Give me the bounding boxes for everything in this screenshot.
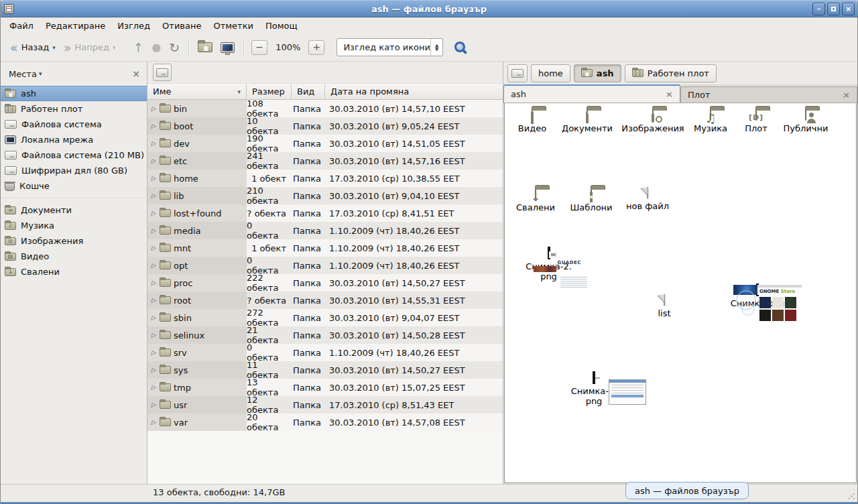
table-row[interactable]: mnt1 обектПапка1.10.2009 (чт) 18,40,26 E… <box>147 239 503 257</box>
home-button[interactable] <box>194 40 217 55</box>
icon-view[interactable]: Видео Документи Изображения ♫ Музика [D]… <box>504 103 857 483</box>
expander-icon[interactable] <box>150 175 157 182</box>
table-row[interactable]: dev190 обектаПапка30.03.2010 (вт) 14,51,… <box>147 135 503 152</box>
file-item-list[interactable]: list <box>636 295 692 318</box>
sidebar-item-downloads[interactable]: Свалени <box>1 264 147 279</box>
maximize-button[interactable] <box>827 3 840 15</box>
sidebar-item-documents[interactable]: Документи <box>1 202 147 218</box>
menu-view[interactable]: Изглед <box>111 19 156 33</box>
tab-plot[interactable]: Плот× <box>680 86 857 103</box>
breadcrumb-desktop-button[interactable]: Работен плот <box>625 64 717 82</box>
root-location-button[interactable] <box>153 64 172 81</box>
resize-grip[interactable] <box>847 492 856 501</box>
folder-item-public[interactable]: Публични <box>777 110 835 133</box>
table-row[interactable]: srv0 обектаПапка1.10.2009 (чт) 18,40,26 … <box>147 344 503 361</box>
up-button[interactable]: ↑ <box>129 40 147 56</box>
column-header-size[interactable]: Размер <box>247 84 292 100</box>
sidebar-close-icon[interactable]: × <box>132 68 140 79</box>
table-row[interactable]: selinux21 обектаПапка30.03.2010 (вт) 14,… <box>147 326 503 344</box>
computer-button[interactable] <box>217 40 239 56</box>
expander-icon[interactable] <box>150 349 157 356</box>
table-row[interactable]: usr12 обектаПапка17.03.2010 (ср) 8,51,43… <box>147 396 503 414</box>
expander-icon[interactable] <box>150 332 157 338</box>
close-icon[interactable]: × <box>666 89 673 99</box>
expander-icon[interactable] <box>150 419 157 426</box>
breadcrumb-root-button[interactable] <box>507 64 528 82</box>
expander-icon[interactable] <box>150 105 157 112</box>
image-item-snimka[interactable]: GNOME Store Снимка.png <box>722 285 793 308</box>
expander-icon[interactable] <box>150 192 157 199</box>
breadcrumb-ash-button[interactable]: ash <box>574 64 621 82</box>
sidebar-item-encrypted-80gb[interactable]: Шифриран дял (80 GB) <box>1 163 147 178</box>
back-button[interactable]: « Назад ▾ <box>6 40 60 56</box>
menu-go[interactable]: Отиване <box>156 19 207 33</box>
folder-item-desktop[interactable]: [D] Плот <box>731 110 782 133</box>
sidebar-item-pictures[interactable]: Изображения <box>1 233 147 249</box>
column-header-name[interactable]: Име▾ <box>147 84 247 100</box>
search-icon[interactable] <box>454 41 467 54</box>
sidebar-item-trash[interactable]: Кошче <box>1 178 147 194</box>
expander-icon[interactable] <box>150 245 157 251</box>
expander-icon[interactable] <box>150 314 157 321</box>
view-mode-select[interactable]: Изглед като икони ▲▼ <box>336 38 443 56</box>
expander-icon[interactable] <box>150 401 157 408</box>
sidebar-item-video[interactable]: Видео <box>1 249 147 264</box>
sidebar-item-filesystem[interactable]: Файлова система <box>1 117 147 132</box>
expander-icon[interactable] <box>150 384 157 391</box>
close-button[interactable]: × <box>842 3 855 15</box>
menu-bookmarks[interactable]: Отметки <box>207 19 259 33</box>
file-item-new-file[interactable]: нов файл <box>619 188 676 211</box>
sidebar-item-music[interactable]: Музика <box>1 218 147 233</box>
reload-button[interactable]: ↻ <box>165 40 184 56</box>
folder-item-pictures[interactable]: Изображения <box>621 110 685 133</box>
zoom-in-button[interactable]: + <box>308 40 324 55</box>
table-row[interactable]: tmp13 обектаПапка30.03.2010 (вт) 15,07,2… <box>147 379 503 396</box>
folder-item-downloads[interactable]: ↓ Свалени <box>507 189 564 212</box>
breadcrumb-home-button[interactable]: home <box>531 64 570 82</box>
expander-icon[interactable] <box>150 210 157 216</box>
folder-item-video[interactable]: Видео <box>505 110 560 133</box>
sidebar-item-ash[interactable]: ash <box>1 86 147 101</box>
sidebar-item-network[interactable]: Локална мрежа <box>1 132 147 147</box>
table-row[interactable]: sys11 обектаПапка30.03.2010 (вт) 14,50,2… <box>147 361 503 379</box>
table-row[interactable]: var20 обектаПапка30.03.2010 (вт) 14,57,0… <box>147 414 503 431</box>
expander-icon[interactable] <box>150 279 157 286</box>
folder-item-documents[interactable]: Документи <box>558 110 617 133</box>
close-icon[interactable]: × <box>843 90 850 100</box>
stop-button[interactable]: ● <box>147 40 165 56</box>
forward-button[interactable]: » Напред ▾ <box>60 40 120 56</box>
window-menu-icon[interactable] <box>4 4 14 14</box>
expander-icon[interactable] <box>150 140 157 147</box>
table-row[interactable]: opt0 обектаПапка1.10.2009 (чт) 18,40,26 … <box>147 257 503 274</box>
expander-icon[interactable] <box>150 367 157 373</box>
table-row[interactable]: bin108 обектаПапка30.03.2010 (вт) 14,57,… <box>147 100 503 117</box>
expander-icon[interactable] <box>150 297 157 304</box>
image-item-snimka-1[interactable]: Снимка-1.png <box>558 373 629 406</box>
sidebar-item-filesystem-210mb[interactable]: Файлова система (210 MB) <box>1 147 147 163</box>
table-row[interactable]: home1 обектПапка17.03.2010 (ср) 10,38,55… <box>147 170 503 187</box>
table-row[interactable]: etc241 обектаПапка30.03.2010 (вт) 14,57,… <box>147 152 503 170</box>
image-item-snimka-2[interactable]: GUADEC Снимка-2.png <box>513 248 585 281</box>
table-row[interactable]: media0 обектаПапка1.10.2009 (чт) 18,40,2… <box>147 222 503 239</box>
tab-ash[interactable]: ash× <box>503 84 680 103</box>
table-row[interactable]: root? обектаПапка30.03.2010 (вт) 14,55,3… <box>147 292 503 309</box>
zoom-out-button[interactable]: − <box>251 40 267 55</box>
minimize-button[interactable]: – <box>812 3 825 15</box>
column-header-date[interactable]: Дата на промяна <box>325 84 503 100</box>
column-header-type[interactable]: Вид <box>292 84 325 100</box>
table-row[interactable]: proc222 обектаПапка30.03.2010 (вт) 14,50… <box>147 274 503 292</box>
expander-icon[interactable] <box>150 227 157 234</box>
expander-icon[interactable] <box>150 123 157 129</box>
table-row[interactable]: sbin272 обектаПапка30.03.2010 (вт) 9,04,… <box>147 309 503 326</box>
sidebar-pane-dropdown[interactable]: ▾ <box>39 70 42 77</box>
table-row[interactable]: lost+found? обектаПапка17.03.2010 (ср) 8… <box>147 204 503 222</box>
menu-edit[interactable]: Редактиране <box>40 19 111 33</box>
folder-item-templates[interactable]: Шаблони <box>563 189 619 212</box>
expander-icon[interactable] <box>150 158 157 164</box>
table-row[interactable]: lib210 обектаПапка30.03.2010 (вт) 9,04,1… <box>147 187 503 204</box>
back-history-dropdown[interactable]: ▾ <box>52 44 56 51</box>
table-row[interactable]: boot10 обектаПапка30.03.2010 (вт) 9,05,2… <box>147 117 503 135</box>
sidebar-item-desktop[interactable]: Работен плот <box>1 101 147 117</box>
menu-file[interactable]: Файл <box>3 19 40 33</box>
expander-icon[interactable] <box>150 262 157 269</box>
